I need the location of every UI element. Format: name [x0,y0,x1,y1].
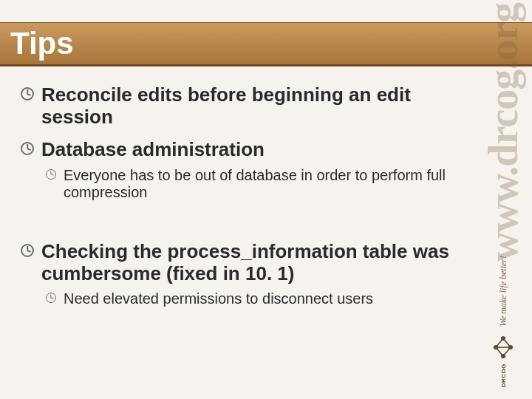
content-area: Reconcile edits before beginning an edit… [21,74,466,384]
title-band: Tips [0,22,532,66]
clock-icon [46,293,56,303]
logo-icon [488,331,518,364]
clock-icon [46,169,56,180]
watermark-url: www.drcog.org [482,3,524,262]
bullet-item: Reconcile edits before beginning an edit… [21,84,466,129]
sub-bullet-item: Need elevated permissions to disconnect … [46,290,466,307]
spacer [21,208,466,231]
svg-line-5 [503,338,511,347]
bullet-item: Database administration [21,139,466,161]
clock-icon [21,244,34,257]
bullet-item: Checking the process_information table w… [21,241,466,285]
svg-line-4 [496,338,503,347]
side-branding: www.drcog.org We make life better! DRCOG [474,0,532,399]
svg-line-6 [496,347,503,356]
tagline: We make life better! [498,256,509,327]
sub-bullet-text: Need elevated permissions to disconnect … [64,290,373,307]
clock-icon [21,142,34,155]
sub-bullet-item: Everyone has to be out of database in or… [46,167,466,201]
sub-bullet-text: Everyone has to be out of database in or… [64,167,466,201]
slide-title: Tips [10,26,74,61]
org-abbrev: DRCOG [500,364,507,387]
clock-icon [21,87,34,100]
bullet-text: Checking the process_information table w… [41,241,466,285]
bullet-text: Database administration [41,139,265,161]
logo-block: We make life better! DRCOG [480,256,526,390]
svg-line-7 [503,347,511,356]
bullet-text: Reconcile edits before beginning an edit… [41,84,466,129]
